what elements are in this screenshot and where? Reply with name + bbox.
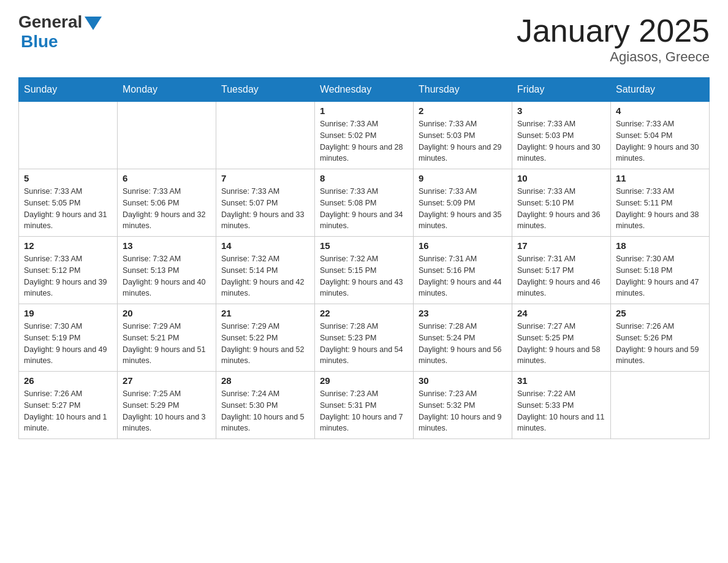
calendar-cell: 18Sunrise: 7:30 AMSunset: 5:18 PMDayligh…	[611, 237, 710, 304]
week-row-1: 5Sunrise: 7:33 AMSunset: 5:05 PMDaylight…	[19, 169, 710, 237]
day-info: Sunrise: 7:25 AMSunset: 5:29 PMDaylight:…	[123, 388, 211, 434]
calendar-cell: 10Sunrise: 7:33 AMSunset: 5:10 PMDayligh…	[512, 169, 611, 237]
day-info: Sunrise: 7:32 AMSunset: 5:13 PMDaylight:…	[123, 253, 211, 299]
calendar-cell: 27Sunrise: 7:25 AMSunset: 5:29 PMDayligh…	[118, 372, 216, 439]
day-info: Sunrise: 7:28 AMSunset: 5:23 PMDaylight:…	[320, 321, 408, 367]
calendar-cell: 24Sunrise: 7:27 AMSunset: 5:25 PMDayligh…	[512, 304, 611, 372]
calendar-cell: 15Sunrise: 7:32 AMSunset: 5:15 PMDayligh…	[315, 237, 414, 304]
calendar-cell: 4Sunrise: 7:33 AMSunset: 5:04 PMDaylight…	[611, 102, 710, 169]
calendar-cell: 23Sunrise: 7:28 AMSunset: 5:24 PMDayligh…	[414, 304, 512, 372]
day-number: 9	[419, 173, 507, 183]
day-info: Sunrise: 7:27 AMSunset: 5:25 PMDaylight:…	[517, 321, 605, 367]
day-number: 26	[24, 375, 112, 386]
day-info: Sunrise: 7:29 AMSunset: 5:21 PMDaylight:…	[123, 321, 211, 367]
calendar-cell: 31Sunrise: 7:22 AMSunset: 5:33 PMDayligh…	[512, 372, 611, 439]
day-info: Sunrise: 7:30 AMSunset: 5:19 PMDaylight:…	[24, 321, 112, 367]
calendar-cell: 19Sunrise: 7:30 AMSunset: 5:19 PMDayligh…	[19, 304, 118, 372]
day-info: Sunrise: 7:33 AMSunset: 5:08 PMDaylight:…	[320, 186, 408, 232]
calendar-cell: 13Sunrise: 7:32 AMSunset: 5:13 PMDayligh…	[118, 237, 216, 304]
header-sunday: Sunday	[19, 78, 118, 102]
day-info: Sunrise: 7:26 AMSunset: 5:26 PMDaylight:…	[616, 321, 704, 367]
day-number: 19	[24, 308, 112, 318]
day-number: 23	[419, 308, 507, 318]
header-monday: Monday	[118, 78, 216, 102]
week-row-2: 12Sunrise: 7:33 AMSunset: 5:12 PMDayligh…	[19, 237, 710, 304]
calendar-cell: 14Sunrise: 7:32 AMSunset: 5:14 PMDayligh…	[216, 237, 315, 304]
day-number: 20	[123, 308, 211, 318]
day-number: 12	[24, 240, 112, 251]
calendar-cell: 5Sunrise: 7:33 AMSunset: 5:05 PMDaylight…	[19, 169, 118, 237]
day-info: Sunrise: 7:33 AMSunset: 5:04 PMDaylight:…	[616, 118, 704, 164]
day-info: Sunrise: 7:33 AMSunset: 5:03 PMDaylight:…	[419, 118, 507, 164]
day-number: 6	[123, 173, 211, 183]
day-info: Sunrise: 7:23 AMSunset: 5:31 PMDaylight:…	[320, 388, 408, 434]
day-info: Sunrise: 7:33 AMSunset: 5:05 PMDaylight:…	[24, 186, 112, 232]
calendar-cell: 25Sunrise: 7:26 AMSunset: 5:26 PMDayligh…	[611, 304, 710, 372]
calendar-cell	[216, 102, 315, 169]
week-row-0: 1Sunrise: 7:33 AMSunset: 5:02 PMDaylight…	[19, 102, 710, 169]
calendar-cell: 22Sunrise: 7:28 AMSunset: 5:23 PMDayligh…	[315, 304, 414, 372]
day-number: 11	[616, 173, 704, 183]
day-info: Sunrise: 7:31 AMSunset: 5:16 PMDaylight:…	[419, 253, 507, 299]
day-number: 14	[221, 240, 309, 251]
calendar-cell: 26Sunrise: 7:26 AMSunset: 5:27 PMDayligh…	[19, 372, 118, 439]
day-info: Sunrise: 7:30 AMSunset: 5:18 PMDaylight:…	[616, 253, 704, 299]
day-info: Sunrise: 7:29 AMSunset: 5:22 PMDaylight:…	[221, 321, 309, 367]
calendar-cell: 9Sunrise: 7:33 AMSunset: 5:09 PMDaylight…	[414, 169, 512, 237]
day-info: Sunrise: 7:32 AMSunset: 5:14 PMDaylight:…	[221, 253, 309, 299]
week-row-4: 26Sunrise: 7:26 AMSunset: 5:27 PMDayligh…	[19, 372, 710, 439]
calendar-cell	[19, 102, 118, 169]
header-tuesday: Tuesday	[216, 78, 315, 102]
day-number: 7	[221, 173, 309, 183]
calendar-header-row: SundayMondayTuesdayWednesdayThursdayFrid…	[19, 78, 710, 102]
day-info: Sunrise: 7:31 AMSunset: 5:17 PMDaylight:…	[517, 253, 605, 299]
day-info: Sunrise: 7:33 AMSunset: 5:07 PMDaylight:…	[221, 186, 309, 232]
day-info: Sunrise: 7:33 AMSunset: 5:03 PMDaylight:…	[517, 118, 605, 164]
calendar-cell: 1Sunrise: 7:33 AMSunset: 5:02 PMDaylight…	[315, 102, 414, 169]
day-info: Sunrise: 7:33 AMSunset: 5:09 PMDaylight:…	[419, 186, 507, 232]
day-info: Sunrise: 7:26 AMSunset: 5:27 PMDaylight:…	[24, 388, 112, 434]
day-info: Sunrise: 7:33 AMSunset: 5:11 PMDaylight:…	[616, 186, 704, 232]
calendar-cell: 16Sunrise: 7:31 AMSunset: 5:16 PMDayligh…	[414, 237, 512, 304]
calendar-cell	[611, 372, 710, 439]
day-number: 18	[616, 240, 704, 251]
page-header: General Blue January 2025 Agiasos, Greec…	[18, 12, 710, 65]
calendar-cell: 28Sunrise: 7:24 AMSunset: 5:30 PMDayligh…	[216, 372, 315, 439]
calendar-title: January 2025	[517, 12, 710, 49]
day-number: 2	[419, 105, 507, 116]
logo-general-text: General	[18, 12, 82, 32]
day-number: 22	[320, 308, 408, 318]
day-info: Sunrise: 7:23 AMSunset: 5:32 PMDaylight:…	[419, 388, 507, 434]
day-number: 16	[419, 240, 507, 251]
day-number: 21	[221, 308, 309, 318]
day-info: Sunrise: 7:24 AMSunset: 5:30 PMDaylight:…	[221, 388, 309, 434]
calendar-cell: 12Sunrise: 7:33 AMSunset: 5:12 PMDayligh…	[19, 237, 118, 304]
day-number: 10	[517, 173, 605, 183]
day-info: Sunrise: 7:33 AMSunset: 5:06 PMDaylight:…	[123, 186, 211, 232]
day-number: 5	[24, 173, 112, 183]
calendar-cell: 17Sunrise: 7:31 AMSunset: 5:17 PMDayligh…	[512, 237, 611, 304]
calendar-cell: 11Sunrise: 7:33 AMSunset: 5:11 PMDayligh…	[611, 169, 710, 237]
calendar-cell: 20Sunrise: 7:29 AMSunset: 5:21 PMDayligh…	[118, 304, 216, 372]
calendar-subtitle: Agiasos, Greece	[517, 49, 710, 65]
logo-blue-text: Blue	[21, 32, 102, 52]
day-number: 4	[616, 105, 704, 116]
calendar-cell: 30Sunrise: 7:23 AMSunset: 5:32 PMDayligh…	[414, 372, 512, 439]
calendar-cell: 2Sunrise: 7:33 AMSunset: 5:03 PMDaylight…	[414, 102, 512, 169]
logo: General Blue	[18, 12, 102, 52]
day-number: 24	[517, 308, 605, 318]
header-saturday: Saturday	[611, 78, 710, 102]
header-thursday: Thursday	[414, 78, 512, 102]
calendar-cell: 7Sunrise: 7:33 AMSunset: 5:07 PMDaylight…	[216, 169, 315, 237]
header-friday: Friday	[512, 78, 611, 102]
title-block: January 2025 Agiasos, Greece	[517, 12, 710, 65]
day-number: 31	[517, 375, 605, 386]
day-number: 13	[123, 240, 211, 251]
day-number: 25	[616, 308, 704, 318]
calendar-cell	[118, 102, 216, 169]
logo-triangle-icon	[85, 17, 102, 30]
header-wednesday: Wednesday	[315, 78, 414, 102]
day-number: 3	[517, 105, 605, 116]
day-number: 28	[221, 375, 309, 386]
day-number: 1	[320, 105, 408, 116]
